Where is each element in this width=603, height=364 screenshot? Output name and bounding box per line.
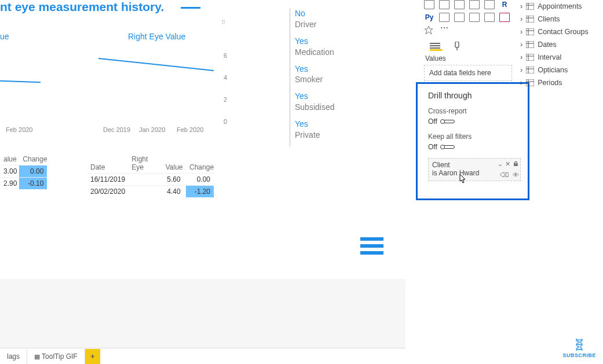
- viz-line-icon[interactable]: [439, 0, 449, 9]
- left-eye-table[interactable]: alue Change 3.00 0.00 2.90 -0.10: [0, 153, 47, 189]
- tab-tooltip-gif[interactable]: ▦ ToolTip GIF: [27, 349, 85, 364]
- table-icon: [526, 79, 534, 86]
- drill-through-title: Drill through: [428, 91, 521, 100]
- svg-marker-0: [425, 26, 433, 34]
- viz-r-script-icon[interactable]: R: [499, 0, 510, 9]
- field-table-appointments[interactable]: ›Appointments: [520, 0, 601, 13]
- page-title: nt eye measurement history.: [0, 0, 164, 14]
- ytick-2: 2: [224, 96, 227, 103]
- viz-paginated-icon[interactable]: [484, 13, 495, 22]
- lock-icon[interactable]: 🔒︎: [513, 160, 519, 168]
- field-table-dates[interactable]: ›Dates: [520, 38, 601, 51]
- field-table-clients[interactable]: ›Clients: [520, 13, 601, 25]
- format-well-icon[interactable]: [453, 42, 466, 51]
- keep-filters-toggle[interactable]: Off: [428, 143, 521, 151]
- values-drop-zone[interactable]: Add data fields here: [424, 65, 512, 81]
- svg-rect-3: [430, 47, 440, 49]
- table-icon: [526, 67, 534, 73]
- flag-label: Private: [295, 130, 335, 141]
- add-page-button[interactable]: +: [85, 349, 100, 364]
- eye-icon[interactable]: 👁︎: [513, 171, 519, 179]
- col-change: Change: [19, 153, 47, 165]
- col-date: Date: [87, 161, 126, 173]
- flag-value: Yes: [295, 36, 335, 47]
- viz-import-icon[interactable]: [499, 13, 510, 22]
- fields-well-icon[interactable]: [430, 42, 443, 51]
- svg-rect-21: [526, 67, 534, 73]
- viz-area-icon[interactable]: [454, 0, 465, 9]
- field-table-interval[interactable]: ›Interval: [520, 51, 601, 64]
- field-table-contact-groups[interactable]: ›Contact Groups: [520, 25, 601, 38]
- tab-flags[interactable]: lags: [0, 349, 27, 364]
- table-icon: [526, 54, 534, 61]
- ytick-4: 4: [224, 74, 227, 81]
- fields-pane: ›Appointments ›Clients ›Contact Groups ›…: [520, 0, 601, 89]
- cell-change: 0.00: [19, 166, 47, 177]
- flags-list: NoDriver YesMedication YesSmoker YesSubs…: [290, 8, 335, 146]
- left-x-tick: Feb 2020: [6, 126, 32, 133]
- chevron-right-icon: ›: [520, 2, 522, 10]
- viz-matrix-icon[interactable]: [484, 0, 495, 9]
- svg-rect-6: [526, 3, 534, 10]
- cell-change: 0.00: [186, 174, 214, 185]
- col-righteye: Right Eye: [128, 153, 160, 173]
- table-icon: [526, 3, 534, 10]
- svg-rect-4: [455, 42, 459, 47]
- flag-value: Yes: [295, 64, 335, 75]
- brand-logo[interactable]: 🧬︎ SUBSCRIBE: [562, 337, 596, 358]
- viz-decomposition-icon[interactable]: [454, 13, 465, 22]
- cell-change: -0.10: [19, 178, 47, 189]
- cell-value: 5.60: [162, 174, 184, 185]
- viz-more-icon[interactable]: ⋯: [439, 25, 449, 35]
- svg-rect-18: [526, 54, 534, 61]
- left-chart-title: ue: [0, 32, 9, 41]
- drill-through-section: Drill through Cross-report Off Keep all …: [416, 82, 529, 200]
- dna-icon: 🧬︎: [562, 337, 596, 352]
- clear-icon[interactable]: ⌫: [500, 171, 509, 179]
- right-chart-title: Right Eye Value: [128, 32, 185, 41]
- cross-report-toggle[interactable]: Off: [428, 117, 521, 126]
- ytick-0: 0: [224, 118, 227, 125]
- right-x-tick-0: Dec 2019: [103, 126, 130, 133]
- svg-rect-24: [526, 79, 534, 86]
- viz-stacked-bar-icon[interactable]: [424, 0, 434, 9]
- visualizations-pane: R Py ⋯ Values Add data fields here: [422, 0, 514, 81]
- keep-filters-label: Keep all filters: [428, 133, 521, 141]
- chevron-right-icon: ›: [520, 53, 522, 61]
- col-value: Value: [162, 161, 184, 173]
- cell-value: 3.00: [0, 166, 17, 177]
- viz-table-icon[interactable]: [469, 0, 480, 9]
- cell-change: -1.20: [186, 186, 214, 197]
- hamburger-icon[interactable]: [360, 237, 383, 258]
- right-x-tick-1: Jan 2020: [139, 126, 165, 133]
- svg-rect-1: [430, 43, 440, 44]
- svg-rect-12: [526, 28, 534, 35]
- svg-rect-15: [526, 41, 534, 48]
- close-icon[interactable]: ✕: [505, 160, 510, 168]
- chevron-right-icon: ›: [520, 28, 522, 36]
- flag-label: Subsidised: [295, 102, 335, 113]
- values-well-label: Values: [424, 53, 512, 65]
- viz-custom-icon[interactable]: [424, 25, 434, 35]
- flag-value: Yes: [295, 91, 335, 102]
- gif-icon: ▦: [34, 353, 42, 360]
- chevron-right-icon: ›: [520, 79, 522, 87]
- drill-filter-card[interactable]: Client is Aaron Hward ⌄ ✕ 🔒︎ ⌫ 👁︎: [428, 158, 521, 181]
- svg-rect-9: [526, 16, 534, 23]
- field-table-periods[interactable]: ›Periods: [520, 76, 601, 89]
- svg-rect-2: [430, 45, 440, 46]
- cross-report-label: Cross-report: [428, 107, 521, 115]
- chevron-down-icon[interactable]: ⌄: [498, 160, 503, 168]
- viz-python-icon[interactable]: Py: [424, 13, 434, 22]
- cell-value: 4.40: [162, 186, 184, 197]
- field-table-opticians[interactable]: ›Opticians: [520, 64, 601, 76]
- chevron-right-icon: ›: [520, 15, 522, 23]
- viz-keyinfluencer-icon[interactable]: [439, 13, 449, 22]
- flag-label: Driver: [295, 19, 335, 30]
- chevron-right-icon: ›: [520, 66, 522, 74]
- title-dash: [181, 7, 200, 9]
- table-icon: [526, 28, 534, 35]
- viz-qna-icon[interactable]: [469, 13, 480, 22]
- right-eye-table[interactable]: Date Right Eye Value Change 16/11/2019 5…: [87, 153, 214, 197]
- grip-icon[interactable]: ⠿: [221, 19, 226, 25]
